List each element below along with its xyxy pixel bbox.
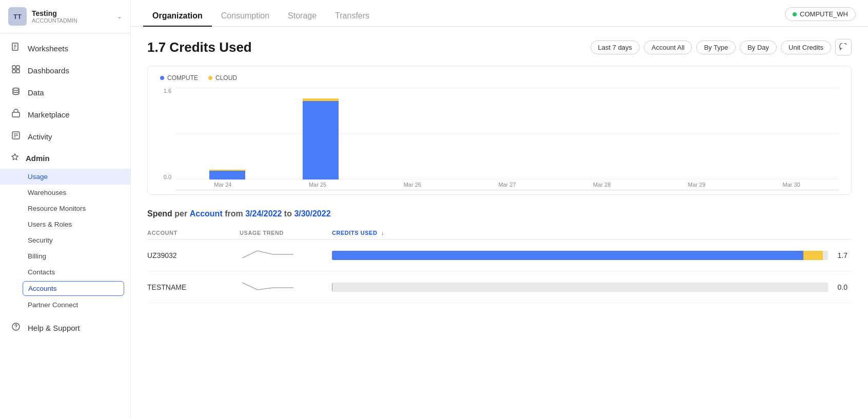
bar-mar27 bbox=[461, 88, 554, 179]
sidebar-sub-partner-connect[interactable]: Partner Connect bbox=[0, 297, 130, 313]
admin-icon bbox=[10, 153, 19, 164]
credits-value-testname: 0.0 bbox=[833, 283, 847, 291]
account-info: Testing ACCOUNTADMIN bbox=[32, 9, 112, 24]
x-label-mar24: Mar 24 bbox=[175, 179, 270, 190]
filter-by-day[interactable]: By Day bbox=[740, 41, 777, 54]
warehouse-status-dot bbox=[793, 12, 797, 16]
svg-point-8 bbox=[13, 88, 19, 91]
activity-icon bbox=[10, 131, 22, 143]
col-header-usage-trend[interactable]: USAGE TREND bbox=[240, 227, 332, 240]
col-header-credits-used[interactable]: CREDITS USED ↓ bbox=[332, 227, 852, 240]
filter-controls: Last 7 days Account All By Type By Day U… bbox=[590, 39, 852, 55]
account-name: Testing bbox=[32, 9, 112, 17]
tab-transfers[interactable]: Transfers bbox=[326, 6, 379, 27]
svg-point-15 bbox=[15, 329, 16, 329]
sidebar-item-dashboards[interactable]: Dashboards bbox=[0, 59, 130, 82]
credits-bar-uz39032: 1.7 bbox=[332, 240, 852, 271]
x-axis-labels: Mar 24 Mar 25 Mar 26 Mar 27 Mar 28 Mar 2… bbox=[175, 179, 839, 190]
legend-cloud-label: CLOUD bbox=[215, 74, 237, 82]
sidebar-item-marketplace-label: Marketplace bbox=[28, 110, 70, 119]
col-header-account[interactable]: ACCOUNT bbox=[147, 227, 240, 240]
spend-header: Spend per Account from 3/24/2022 to 3/30… bbox=[147, 209, 852, 218]
sidebar-item-data[interactable]: Data bbox=[0, 82, 130, 104]
sidebar-header: TT Testing ACCOUNTADMIN ⌄ bbox=[0, 0, 130, 33]
account-name-uz39032: UZ39032 bbox=[147, 240, 240, 271]
y-label-top: 1.6 bbox=[164, 88, 171, 94]
svg-rect-6 bbox=[12, 70, 15, 73]
sidebar-sub-security[interactable]: Security bbox=[0, 232, 130, 248]
col-credits-label: CREDITS USED bbox=[332, 230, 378, 236]
credits-header: 1.7 Credits Used Last 7 days Account All… bbox=[147, 39, 852, 55]
filter-account[interactable]: Account All bbox=[644, 41, 692, 54]
data-icon bbox=[10, 87, 22, 98]
sidebar-sub-contacts[interactable]: Contacts bbox=[0, 264, 130, 280]
svg-rect-4 bbox=[12, 66, 15, 69]
x-label-mar27: Mar 27 bbox=[460, 179, 555, 190]
refresh-button[interactable] bbox=[835, 39, 852, 55]
chart-y-axis: 1.6 0.0 bbox=[160, 88, 175, 190]
spend-table: ACCOUNT USAGE TREND CREDITS USED ↓ UZ390… bbox=[147, 227, 852, 303]
sidebar-item-marketplace[interactable]: Marketplace bbox=[0, 104, 130, 126]
dashboards-icon bbox=[10, 65, 22, 76]
chart-body: 1.6 0.0 bbox=[160, 88, 839, 190]
sidebar-item-data-label: Data bbox=[28, 88, 44, 97]
bar-stack-mar25 bbox=[303, 98, 339, 179]
svg-rect-7 bbox=[16, 70, 19, 73]
main-content: Organization Consumption Storage Transfe… bbox=[131, 0, 868, 419]
chart-plot-area: Mar 24 Mar 25 Mar 26 Mar 27 Mar 28 Mar 2… bbox=[175, 88, 839, 190]
sidebar-item-activity[interactable]: Activity bbox=[0, 126, 130, 148]
bar-mar24 bbox=[181, 88, 274, 179]
usage-trend-testname bbox=[240, 271, 332, 303]
warehouse-badge[interactable]: COMPUTE_WH bbox=[785, 7, 856, 21]
sidebar-sub-usage[interactable]: Usage bbox=[0, 169, 130, 185]
tab-organization[interactable]: Organization bbox=[143, 6, 212, 27]
tab-consumption[interactable]: Consumption bbox=[212, 6, 279, 27]
bars-area bbox=[175, 88, 839, 179]
filter-by-type[interactable]: By Type bbox=[696, 41, 736, 54]
table-row-uz39032: UZ39032 1.7 bbox=[147, 240, 852, 271]
svg-rect-9 bbox=[12, 112, 19, 117]
x-label-mar26: Mar 26 bbox=[365, 179, 460, 190]
sidebar-sub-billing[interactable]: Billing bbox=[0, 248, 130, 264]
x-label-mar28: Mar 28 bbox=[555, 179, 649, 190]
y-label-bottom: 0.0 bbox=[164, 174, 171, 180]
credits-chart: COMPUTE CLOUD 1.6 0.0 bbox=[147, 66, 852, 195]
x-label-mar25: Mar 25 bbox=[270, 179, 365, 190]
sidebar-item-worksheets-label: Worksheets bbox=[28, 44, 68, 53]
sidebar-item-admin[interactable]: Admin bbox=[0, 148, 130, 169]
credits-value-uz39032: 1.7 bbox=[833, 251, 847, 260]
chart-legend: COMPUTE CLOUD bbox=[160, 74, 839, 82]
marketplace-icon bbox=[10, 109, 22, 121]
bar-mar25 bbox=[274, 88, 367, 179]
sidebar-sub-resource-monitors[interactable]: Resource Monitors bbox=[0, 201, 130, 216]
credits-bar-testname: 0.0 bbox=[332, 271, 852, 303]
x-label-mar29: Mar 29 bbox=[649, 179, 744, 190]
help-icon bbox=[10, 322, 22, 334]
credits-title: 1.7 Credits Used bbox=[147, 39, 252, 55]
filter-unit-credits[interactable]: Unit Credits bbox=[781, 41, 831, 54]
filter-date-range[interactable]: Last 7 days bbox=[590, 41, 640, 54]
sidebar-item-help[interactable]: Help & Support bbox=[0, 317, 130, 339]
sidebar-nav: Worksheets Dashboards Data Marketplace A… bbox=[0, 33, 130, 343]
sidebar-item-dashboards-label: Dashboards bbox=[28, 66, 69, 75]
legend-compute: COMPUTE bbox=[160, 74, 198, 82]
x-label-mar30: Mar 30 bbox=[744, 179, 839, 190]
sidebar-item-worksheets[interactable]: Worksheets bbox=[0, 37, 130, 59]
account-dropdown-chevron[interactable]: ⌄ bbox=[117, 13, 122, 20]
bar-mar26 bbox=[367, 88, 461, 179]
table-row-testname: TESTNAME 0.0 bbox=[147, 271, 852, 303]
sidebar-sub-accounts[interactable]: Accounts bbox=[23, 281, 124, 296]
bar-mar28 bbox=[554, 88, 647, 179]
sort-icon: ↓ bbox=[381, 230, 384, 236]
sidebar: TT Testing ACCOUNTADMIN ⌄ Worksheets Das… bbox=[0, 0, 131, 419]
sidebar-sub-warehouses[interactable]: Warehouses bbox=[0, 185, 130, 201]
sidebar-item-activity-label: Activity bbox=[28, 132, 52, 141]
tab-storage[interactable]: Storage bbox=[279, 6, 326, 27]
sidebar-sub-users-roles[interactable]: Users & Roles bbox=[0, 216, 130, 232]
warehouse-badge-label: COMPUTE_WH bbox=[800, 10, 848, 18]
bar-mar29 bbox=[647, 88, 740, 179]
bar-compute-mar25 bbox=[303, 101, 339, 179]
sidebar-item-help-label: Help & Support bbox=[28, 324, 80, 332]
legend-compute-dot bbox=[160, 76, 164, 80]
legend-cloud-dot bbox=[208, 76, 212, 80]
